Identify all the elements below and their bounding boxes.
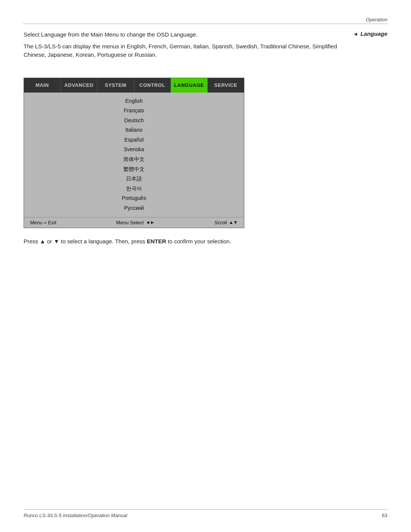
osd-footer-exit: Menu = Exit — [30, 220, 56, 225]
osd-footer-scroll: Scroll ▲▼ — [215, 220, 238, 225]
content-area: Select Language from the Main Menu to ch… — [24, 30, 387, 246]
footer-page-number: 63 — [382, 513, 387, 518]
intro-text-block: Select Language from the Main Menu to ch… — [24, 30, 338, 69]
osd-nav-item-advanced[interactable]: ADVANCED — [61, 78, 98, 93]
osd-language-item[interactable]: 简体中文 — [24, 155, 244, 165]
operation-label: Operation — [366, 17, 387, 22]
page-footer: Runco LS-3/LS-5 Installation/Operation M… — [24, 509, 387, 518]
osd-language-item[interactable]: Italiano — [24, 125, 244, 135]
language-arrow-icon: ◄ — [353, 31, 358, 37]
osd-language-item[interactable]: Français — [24, 106, 244, 116]
footer-manual-text: Runco LS-3/LS-5 Installation/Operation M… — [24, 513, 127, 518]
osd-language-item[interactable]: English — [24, 96, 244, 106]
osd-nav-item-language[interactable]: LANGUAGE — [171, 78, 208, 93]
osd-menu-body: EnglishFrançaisDeutschItalianoEspañolSve… — [24, 93, 244, 217]
menu-select-label: Menu Select — [116, 220, 143, 225]
press-note: Press ▲ or ▼ to select a language. Then,… — [24, 237, 387, 246]
osd-nav-bar: MAINADVANCEDSYSTEMCONTROLLANGUAGESERVICE — [24, 78, 244, 93]
osd-nav-item-main[interactable]: MAIN — [24, 78, 61, 93]
osd-nav-item-system[interactable]: SYSTEM — [97, 78, 134, 93]
select-arrows: ◄► — [146, 220, 155, 225]
osd-nav-item-control[interactable]: CONTROL — [134, 78, 171, 93]
osd-footer-select: Menu Select ◄► — [116, 220, 155, 225]
header-rule — [23, 24, 388, 24]
osd-language-item[interactable]: Русский — [24, 203, 244, 213]
section-header: Select Language from the Main Menu to ch… — [24, 30, 387, 69]
scroll-label: Scroll — [215, 220, 227, 225]
press-note-enter: ENTER — [147, 238, 166, 244]
osd-menu: MAINADVANCEDSYSTEMCONTROLLANGUAGESERVICE… — [24, 78, 244, 228]
scroll-arrows: ▲▼ — [229, 220, 238, 225]
menu-exit-label: Menu = Exit — [30, 220, 56, 225]
osd-language-item[interactable]: Svenska — [24, 145, 244, 155]
language-title-text: Language — [360, 30, 387, 37]
osd-nav-item-service[interactable]: SERVICE — [208, 78, 244, 93]
osd-language-item[interactable]: Português — [24, 193, 244, 203]
press-note-after: to confirm your selection. — [166, 238, 231, 244]
osd-language-item[interactable]: 한국어 — [24, 184, 244, 194]
osd-language-item[interactable]: 繁體中文 — [24, 165, 244, 174]
osd-language-item[interactable]: Español — [24, 135, 244, 145]
osd-footer: Menu = Exit Menu Select ◄► Scroll ▲▼ — [24, 217, 244, 228]
osd-language-item[interactable]: Deutsch — [24, 116, 244, 126]
intro-paragraph-2: The LS-3/LS-5 can display the menus in E… — [24, 42, 338, 59]
language-section-title: ◄ Language — [353, 30, 387, 37]
osd-language-item[interactable]: 日本語 — [24, 174, 244, 184]
press-note-before: Press ▲ or ▼ to select a language. Then,… — [24, 238, 147, 244]
intro-paragraph-1: Select Language from the Main Menu to ch… — [24, 30, 338, 39]
